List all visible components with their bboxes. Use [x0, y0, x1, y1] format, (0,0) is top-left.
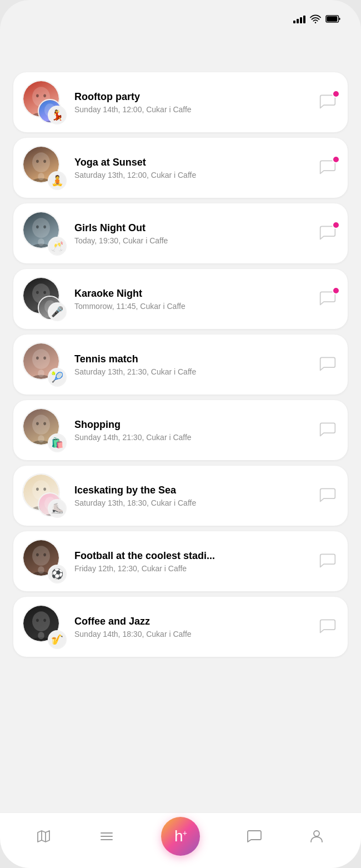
- event-info: Football at the coolest stadi... Friday …: [74, 550, 311, 573]
- notification-badge: [332, 90, 340, 98]
- avatar-group: 💃: [22, 80, 67, 124]
- status-bar: [0, 0, 361, 30]
- avatar-emoji: 🥂: [48, 237, 67, 256]
- event-name: Girls Night Out: [74, 222, 311, 234]
- avatar-group: 🎷: [22, 605, 67, 649]
- event-info: Tennis match Saturday 13th, 21:30, Cukar…: [74, 353, 311, 376]
- svg-rect-24: [38, 238, 44, 246]
- event-name: Shopping: [74, 419, 311, 431]
- svg-point-19: [36, 160, 39, 163]
- message-bubble-icon: [319, 420, 337, 438]
- message-bubble-icon: [319, 355, 337, 372]
- nav-messages[interactable]: [247, 829, 262, 844]
- message-button[interactable]: [319, 420, 339, 440]
- nav-menu[interactable]: [99, 829, 114, 844]
- notification-badge: [332, 156, 340, 163]
- event-info: Coffee and Jazz Sunday 14th, 18:30, Cuka…: [74, 616, 311, 638]
- svg-point-43: [32, 349, 50, 369]
- event-info: Rooftop party Sunday 14th, 12:00, Cukar …: [74, 91, 311, 114]
- person-icon: [309, 829, 324, 844]
- avatar-emoji: ⚽: [48, 565, 67, 583]
- nav-profile[interactable]: [309, 829, 324, 844]
- event-card[interactable]: 🎾 Tennis match Saturday 13th, 21:30, Cuk…: [13, 335, 348, 395]
- svg-point-58: [36, 488, 39, 491]
- avatar-group: 🥂: [22, 211, 67, 256]
- event-info: Karaoke Night Tommorow, 11:45, Cukar i C…: [74, 288, 311, 311]
- message-button[interactable]: [319, 289, 339, 309]
- event-name: Yoga at Sunset: [74, 157, 311, 168]
- event-card[interactable]: 🥂 Girls Night Out Today, 19:30, Cukar i …: [13, 203, 348, 263]
- nav-map[interactable]: [37, 829, 52, 844]
- svg-point-45: [43, 357, 46, 360]
- event-card[interactable]: 🛍️ Shopping Sunday 14th, 21:30, Cukar i …: [13, 400, 348, 460]
- battery-icon: [325, 15, 341, 23]
- svg-point-68: [32, 546, 50, 566]
- avatar-group: 🎾: [22, 342, 67, 387]
- svg-point-27: [43, 226, 46, 229]
- message-button[interactable]: [319, 617, 339, 637]
- svg-point-25: [32, 218, 50, 238]
- svg-rect-49: [38, 435, 44, 442]
- svg-point-52: [43, 422, 46, 426]
- phone-container: 💃 Rooftop party Sunday 14th, 12:00, Cuka…: [0, 0, 361, 868]
- message-bubble-icon: [319, 486, 337, 503]
- event-info: Girls Night Out Today, 19:30, Cukar i Ca…: [74, 222, 311, 245]
- message-button[interactable]: [319, 551, 339, 571]
- event-list: 💃 Rooftop party Sunday 14th, 12:00, Cuka…: [0, 68, 361, 812]
- svg-point-75: [32, 611, 50, 631]
- svg-point-9: [43, 94, 46, 98]
- svg-point-0: [315, 22, 317, 23]
- signal-icon: [293, 14, 305, 23]
- event-meta: Tommorow, 11:45, Cukar i Caffe: [74, 302, 311, 311]
- svg-rect-17: [38, 173, 44, 180]
- avatar-group: 🧘: [22, 146, 67, 190]
- event-meta: Friday 12th, 12:30, Cukar i Caffe: [74, 564, 311, 573]
- message-button[interactable]: [319, 92, 339, 112]
- avatar-group: 🛍️: [22, 408, 67, 452]
- svg-point-70: [43, 553, 46, 557]
- message-button[interactable]: [319, 158, 339, 178]
- menu-icon: [99, 829, 114, 844]
- event-meta: Saturday 13th, 21:30, Cukar i Caffe: [74, 367, 311, 376]
- map-icon: [37, 829, 52, 844]
- fab-label: h+: [174, 829, 187, 844]
- notification-badge: [332, 287, 340, 295]
- event-name: Football at the coolest stadi...: [74, 550, 311, 562]
- svg-point-18: [32, 152, 50, 172]
- message-icon: [247, 829, 262, 844]
- event-name: Karaoke Night: [74, 288, 311, 300]
- svg-point-51: [36, 422, 39, 426]
- svg-point-8: [36, 94, 39, 98]
- event-name: Tennis match: [74, 353, 311, 365]
- event-name: Coffee and Jazz: [74, 616, 311, 627]
- svg-point-34: [43, 291, 46, 295]
- svg-rect-74: [38, 632, 44, 639]
- tab-bar: [0, 50, 361, 68]
- svg-point-33: [36, 291, 39, 295]
- event-card[interactable]: 🎷 Coffee and Jazz Sunday 14th, 18:30, Cu…: [13, 597, 348, 657]
- event-card[interactable]: 🎤 Karaoke Night Tommorow, 11:45, Cukar i…: [13, 269, 348, 329]
- message-button[interactable]: [319, 223, 339, 243]
- svg-point-76: [36, 619, 39, 622]
- svg-rect-2: [327, 16, 337, 22]
- event-meta: Saturday 13th, 12:00, Cukar i Caffe: [74, 171, 311, 179]
- message-button[interactable]: [319, 355, 339, 375]
- event-meta: Sunday 14th, 12:00, Cukar i Caffe: [74, 105, 311, 114]
- svg-point-44: [36, 357, 39, 360]
- event-card[interactable]: ⚽ Football at the coolest stadi... Frida…: [13, 531, 348, 591]
- event-meta: Saturday 13th, 18:30, Cukar i Caffe: [74, 498, 311, 507]
- message-bubble-icon: [319, 617, 337, 635]
- message-button[interactable]: [319, 486, 339, 506]
- avatar-emoji: 🎷: [48, 630, 67, 649]
- event-card[interactable]: 💃 Rooftop party Sunday 14th, 12:00, Cuka…: [13, 72, 348, 132]
- avatar-emoji: 🧘: [48, 171, 67, 190]
- event-card[interactable]: ⛸️ Iceskating by the Sea Saturday 13th, …: [13, 466, 348, 526]
- svg-point-83: [314, 831, 319, 836]
- event-card[interactable]: 🧘 Yoga at Sunset Saturday 13th, 12:00, C…: [13, 138, 348, 198]
- avatar-group: ⛸️: [22, 473, 67, 518]
- svg-point-26: [36, 226, 39, 229]
- notification-badge: [332, 221, 340, 229]
- svg-rect-42: [38, 370, 44, 377]
- event-name: Iceskating by the Sea: [74, 485, 311, 496]
- fab-button[interactable]: h+: [161, 817, 200, 856]
